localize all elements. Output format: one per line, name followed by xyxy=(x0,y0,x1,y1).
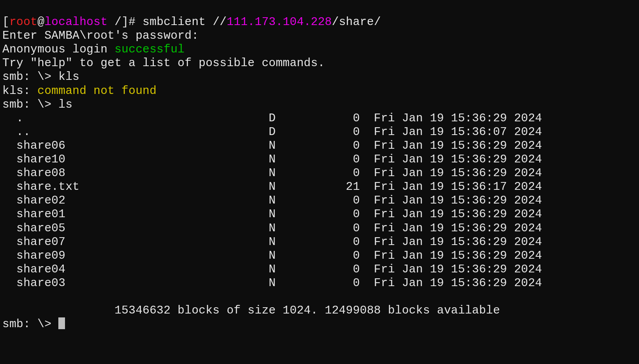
list-item: share07 N 0 Fri Jan 19 15:36:29 2024 xyxy=(2,235,542,249)
cmd-kls: kls xyxy=(58,70,79,83)
anon-ok: successful xyxy=(114,43,184,56)
anon-login-line: Anonymous login successful xyxy=(2,43,184,56)
prompt-host: localhost xyxy=(44,15,107,29)
terminal-output[interactable]: [root@localhost /]# smbclient //111.173.… xyxy=(0,0,639,333)
prompt-at: @ xyxy=(38,15,45,29)
try-help-line: Try "help" to get a list of possible com… xyxy=(2,56,325,70)
password-prompt: Enter SAMBA\root's password: xyxy=(2,29,199,42)
blank-line xyxy=(2,290,9,303)
list-item: share02 N 0 Fri Jan 19 15:36:29 2024 xyxy=(2,194,542,207)
prompt-close: ]# xyxy=(121,15,143,29)
list-item: . D 0 Fri Jan 19 15:36:29 2024 xyxy=(2,112,542,125)
cmd-ip: 111.173.104.228 xyxy=(227,15,332,29)
blocks-info: 15346632 blocks of size 1024. 12499088 b… xyxy=(114,304,500,317)
list-item: share.txt N 21 Fri Jan 19 15:36:17 2024 xyxy=(2,180,542,193)
list-item: share03 N 0 Fri Jan 19 15:36:29 2024 xyxy=(2,276,542,290)
smb-prompt-ls: smb: \> ls xyxy=(2,98,72,111)
err-msg: command not found xyxy=(38,84,157,97)
list-item: share04 N 0 Fri Jan 19 15:36:29 2024 xyxy=(2,263,542,276)
smb-prompt: smb: \> xyxy=(2,317,58,331)
list-item: share01 N 0 Fri Jan 19 15:36:29 2024 xyxy=(2,207,542,221)
cursor-icon xyxy=(58,317,65,329)
smb-prompt: smb: \> xyxy=(2,98,58,111)
cmd-ls: ls xyxy=(58,98,72,111)
prompt-open: [ xyxy=(2,15,9,29)
err-prefix: kls: xyxy=(2,84,38,97)
list-item: share09 N 0 Fri Jan 19 15:36:29 2024 xyxy=(2,249,542,262)
list-item: share10 N 0 Fri Jan 19 15:36:29 2024 xyxy=(2,153,542,166)
error-line: kls: command not found xyxy=(2,84,157,97)
list-item: share06 N 0 Fri Jan 19 15:36:29 2024 xyxy=(2,139,542,152)
list-item: share08 N 0 Fri Jan 19 15:36:29 2024 xyxy=(2,166,542,180)
list-item: share05 N 0 Fri Jan 19 15:36:29 2024 xyxy=(2,222,542,235)
prompt-path: / xyxy=(108,15,122,29)
cmd-smbclient-suffix: /share/ xyxy=(332,15,381,29)
smb-prompt-end: smb: \> xyxy=(2,317,65,331)
list-item: .. D 0 Fri Jan 19 15:36:07 2024 xyxy=(2,125,542,139)
cmd-smbclient-prefix: smbclient // xyxy=(143,15,227,29)
anon-prefix: Anonymous login xyxy=(2,43,114,56)
file-listing: . D 0 Fri Jan 19 15:36:29 2024 .. D 0 Fr… xyxy=(2,112,542,290)
smb-prompt: smb: \> xyxy=(2,70,58,83)
footer-line: 15346632 blocks of size 1024. 12499088 b… xyxy=(2,304,500,317)
prompt-line: [root@localhost /]# smbclient //111.173.… xyxy=(2,15,381,29)
smb-prompt-kls: smb: \> kls xyxy=(2,70,79,83)
prompt-user: root xyxy=(9,15,38,29)
